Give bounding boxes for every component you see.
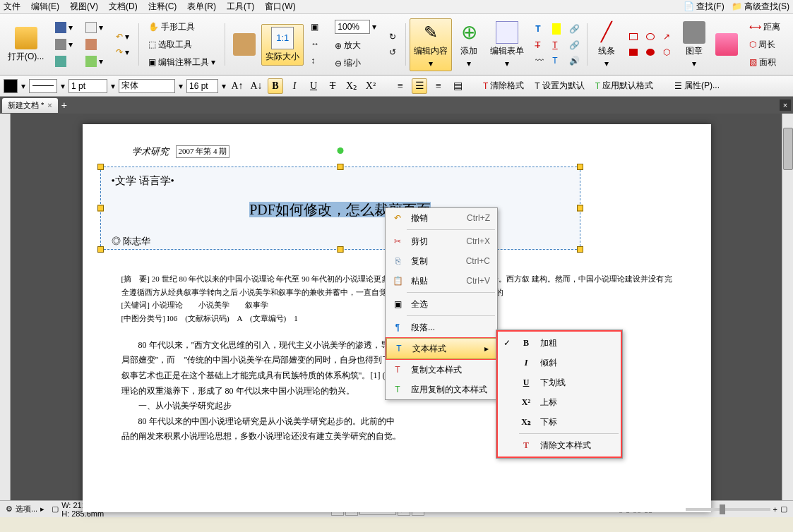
sm-bold[interactable]: ✓B加粗 (498, 333, 621, 353)
edit-form-button[interactable]: 编辑表单▾ (486, 18, 528, 71)
resize-handle-se[interactable] (577, 246, 583, 253)
menu-file[interactable]: 文件 (4, 1, 20, 13)
apply-default[interactable]: T应用默认格式 (592, 78, 657, 94)
oval-tool[interactable] (643, 30, 658, 44)
zoom-in-button[interactable]: ⊕放大 (331, 37, 380, 54)
area-tool[interactable]: ▧面积 (746, 54, 784, 71)
resize-handle-nw[interactable] (97, 164, 104, 170)
menu-tool[interactable]: 工具(T) (227, 1, 254, 13)
menu-view[interactable]: 视图(V) (70, 1, 98, 13)
cm-undo[interactable]: ↶撤销Ctrl+Z (386, 208, 497, 228)
menu-advfind[interactable]: 📁 高级查找(S) (732, 1, 789, 13)
close-all-tabs[interactable]: × (780, 99, 791, 111)
menu-comment[interactable]: 注释(C) (148, 1, 177, 13)
new-tab-button[interactable]: + (61, 99, 67, 111)
resize-handle-s[interactable] (337, 246, 343, 253)
zoom-slider[interactable] (686, 508, 770, 511)
cm-copy[interactable]: ⎘复制Ctrl+C (386, 251, 497, 271)
subscript-button[interactable]: X₂ (344, 78, 359, 94)
new-button[interactable]: ▾ (82, 20, 107, 35)
rotation-handle[interactable] (337, 147, 343, 154)
fit-width[interactable]: ↔ (307, 37, 326, 52)
menu-window[interactable]: 窗口(W) (265, 1, 295, 13)
vertical-scrollbar[interactable] (782, 114, 793, 500)
set-default[interactable]: T设置为默认 (531, 78, 588, 94)
font-size[interactable] (186, 79, 218, 93)
cm-selectall[interactable]: ▣全选 (386, 294, 497, 314)
cm-copystyle[interactable]: T复制文本样式 (386, 360, 497, 380)
open-button[interactable]: 打开(O)... (4, 24, 48, 66)
link-tool[interactable]: 🔗 (566, 21, 581, 37)
underline-button[interactable]: U (306, 78, 321, 94)
hand-tool[interactable]: ✋手形工具 (145, 19, 219, 35)
sm-underline[interactable]: U下划线 (498, 373, 621, 392)
menu-form[interactable]: 表单(R) (187, 1, 216, 13)
texticon-tool[interactable]: T (549, 54, 564, 68)
sm-sup[interactable]: X²上标 (498, 392, 621, 412)
color-picker[interactable] (4, 79, 18, 93)
save-button[interactable]: ▾ (52, 20, 76, 35)
highlight-tool[interactable] (549, 21, 564, 37)
zoom-fit-status[interactable]: ▢ (780, 504, 787, 514)
zoom-dropdown[interactable]: ▾ (331, 18, 380, 36)
fillrect-tool[interactable] (626, 45, 641, 59)
scan-button[interactable] (52, 54, 76, 69)
edit-content-button[interactable]: ✎ 编辑内容▾ (410, 18, 452, 71)
stamp-button[interactable]: 图章▾ (679, 18, 710, 71)
cm-applystyle[interactable]: T应用复制的文本样式 (386, 380, 497, 399)
resize-handle-n[interactable] (337, 164, 343, 170)
rect-tool[interactable] (626, 30, 641, 44)
zoom-value[interactable] (335, 20, 370, 34)
scrollbar-thumb[interactable] (783, 128, 793, 170)
resize-handle-e[interactable] (577, 205, 583, 212)
sound-tool[interactable]: 🔊 (566, 54, 581, 68)
fit-page[interactable]: ▣ (307, 20, 326, 35)
bold-button[interactable]: B (268, 78, 283, 94)
superscript-button[interactable]: X² (363, 78, 378, 94)
squiggly-tool[interactable]: 〰 (532, 54, 547, 68)
document-tab[interactable]: 新建文档 * × (2, 98, 58, 113)
distance-tool[interactable]: ⟷距离 (746, 19, 784, 35)
select-tool[interactable]: ⬚选取工具 (145, 37, 219, 53)
print-button[interactable]: ▾ (52, 37, 76, 52)
align-left[interactable]: ≡ (393, 78, 408, 94)
cm-paste[interactable]: 📋粘贴Ctrl+V (386, 271, 497, 291)
options-button[interactable]: ⚙选项...▸ (6, 504, 44, 514)
from-clipboard-button[interactable] (82, 37, 107, 52)
sm-clearstyle[interactable]: T清除文本样式 (498, 435, 621, 455)
align-right[interactable]: ≡ (431, 78, 446, 94)
menu-edit[interactable]: 编辑(E) (31, 1, 59, 13)
cm-textstyle[interactable]: T 文本样式 ▸ ✓B加粗 I倾斜 U下划线 X²上标 X₂下标 T清除文本样式 (387, 339, 496, 358)
properties-button[interactable]: ☰属性(P)... (671, 78, 723, 94)
menu-doc[interactable]: 文档(D) (109, 1, 138, 13)
text-tool[interactable]: T (532, 21, 547, 37)
from-image-button[interactable]: ▾ (82, 54, 107, 69)
line-width[interactable] (68, 79, 107, 93)
eraser-button[interactable] (711, 30, 742, 59)
zoom-thumb[interactable] (720, 504, 725, 514)
rotate-cw[interactable]: ↻ (386, 30, 400, 44)
polyline-tool[interactable]: ⬡ (660, 45, 675, 59)
resize-handle-w[interactable] (97, 205, 104, 212)
align-justify[interactable]: ▤ (450, 78, 465, 94)
arrow-tool[interactable]: ↗ (660, 30, 675, 44)
add-button[interactable]: ⊕ 添加▾ (453, 18, 484, 71)
lines-button[interactable]: ╱ 线条▾ (591, 18, 622, 71)
italic-button[interactable]: I (287, 78, 302, 94)
line-style[interactable] (29, 79, 57, 93)
strikeout-tool[interactable]: T̶ (532, 38, 547, 52)
zoom-out-button[interactable]: ⊖缩小 (331, 55, 380, 71)
edit-comment-tool[interactable]: ▣编辑注释工具▾ (145, 54, 219, 71)
link2-tool[interactable]: 🔗 (566, 38, 581, 52)
sm-italic[interactable]: I倾斜 (498, 353, 621, 373)
grow-font[interactable]: A↑ (229, 78, 245, 94)
align-center[interactable]: ☰ (412, 78, 427, 94)
resize-handle-ne[interactable] (577, 164, 583, 170)
perimeter-tool[interactable]: ⬡周长 (746, 37, 784, 53)
tab-close[interactable]: × (47, 101, 52, 109)
cm-paragraph[interactable]: ¶段落... (386, 318, 497, 337)
clear-format[interactable]: T清除格式 (479, 78, 527, 94)
resize-handle-sw[interactable] (97, 246, 104, 253)
font-family[interactable] (119, 79, 175, 93)
sm-sub[interactable]: X₂下标 (498, 412, 621, 432)
